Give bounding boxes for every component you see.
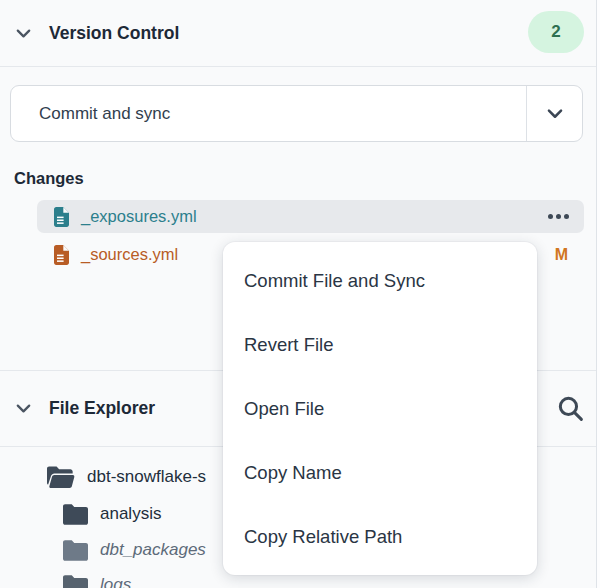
changed-file-name: _exposures.yml: [81, 207, 197, 226]
folder-open-icon: [47, 466, 75, 489]
tree-item-logs[interactable]: logs: [63, 572, 131, 588]
folder-icon: [63, 504, 88, 525]
commit-and-sync-label: Commit and sync: [39, 104, 170, 124]
tree-item-project-root[interactable]: dbt-snowflake-s: [47, 464, 206, 490]
menu-item-open-file[interactable]: Open File: [223, 377, 537, 441]
chevron-down-icon: [14, 399, 33, 418]
file-explorer-title: File Explorer: [49, 398, 155, 419]
chevron-down-icon: [14, 24, 33, 43]
search-button[interactable]: [556, 394, 585, 423]
changed-file-name: _sources.yml: [81, 245, 178, 264]
modified-status-badge: M: [555, 246, 568, 264]
changes-count-value: 2: [551, 22, 560, 42]
changes-count-badge: 2: [528, 11, 584, 53]
tree-item-label: dbt_packages: [100, 540, 206, 560]
menu-item-copy-name[interactable]: Copy Name: [223, 441, 537, 505]
folder-icon: [63, 575, 88, 588]
tree-item-dbt-packages[interactable]: dbt_packages: [63, 537, 206, 563]
menu-item-copy-relative-path[interactable]: Copy Relative Path: [223, 505, 537, 569]
file-icon: [54, 207, 70, 227]
file-context-menu: Commit File and Sync Revert File Open Fi…: [223, 242, 537, 575]
chevron-down-icon: [544, 103, 566, 125]
version-control-header[interactable]: Version Control: [0, 0, 596, 67]
sidebar-panel: Version Control 2 Commit and sync Change…: [0, 0, 600, 588]
tree-item-analysis[interactable]: analysis: [63, 501, 161, 527]
tree-item-label: dbt-snowflake-s: [87, 467, 206, 487]
commit-dropdown-toggle[interactable]: [526, 86, 582, 141]
file-actions-ellipsis-icon[interactable]: [546, 210, 571, 223]
menu-item-revert-file[interactable]: Revert File: [223, 313, 537, 377]
changes-heading: Changes: [14, 169, 84, 188]
menu-item-commit-file-and-sync[interactable]: Commit File and Sync: [223, 249, 537, 313]
file-icon: [54, 245, 70, 265]
tree-item-label: analysis: [100, 504, 161, 524]
commit-and-sync-dropdown[interactable]: Commit and sync: [10, 85, 583, 142]
tree-item-label: logs: [100, 575, 131, 588]
version-control-title: Version Control: [49, 23, 179, 44]
search-icon: [556, 394, 585, 423]
folder-icon: [63, 540, 88, 561]
changed-file-row-exposures[interactable]: _exposures.yml: [37, 200, 584, 233]
